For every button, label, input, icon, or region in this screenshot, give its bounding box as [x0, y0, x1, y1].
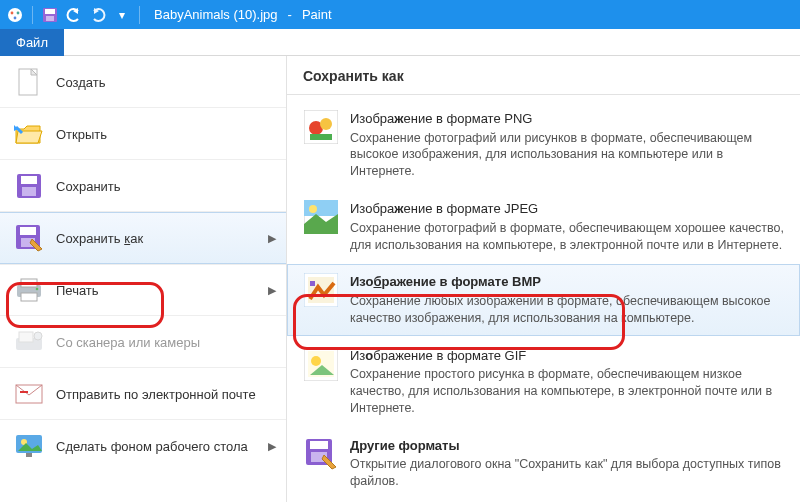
panel-title: Сохранить как	[287, 64, 800, 95]
undo-icon[interactable]	[65, 6, 83, 24]
svg-point-2	[17, 11, 20, 14]
bmp-icon	[304, 273, 338, 307]
format-desc: Сохранение любых изображений в формате, …	[350, 293, 789, 327]
svg-rect-35	[310, 281, 315, 286]
tab-file[interactable]: Файл	[0, 29, 64, 56]
svg-rect-6	[46, 16, 54, 21]
svg-point-17	[36, 288, 39, 291]
svg-rect-16	[21, 293, 37, 301]
menu-scanner: Со сканера или камеры	[0, 316, 286, 368]
title-appname: Paint	[302, 7, 332, 22]
title-bar: ▾ BabyAnimals (10).jpg - Paint	[0, 0, 800, 29]
app-icon	[6, 6, 24, 24]
menu-wallpaper[interactable]: Сделать фоном рабочего стола ▶	[0, 420, 286, 472]
svg-rect-19	[19, 332, 33, 342]
save-icon[interactable]	[41, 6, 59, 24]
format-title: Изображение в формате GIF	[350, 347, 789, 365]
format-desc: Сохранение простого рисунка в формате, о…	[350, 366, 789, 417]
menu-save-as[interactable]: Сохранить как ▶	[0, 212, 286, 264]
format-title: Другие форматы	[350, 437, 789, 455]
svg-rect-31	[304, 200, 338, 216]
save-as-icon	[14, 223, 44, 253]
format-other[interactable]: Другие форматы Открытие диалогового окна…	[287, 428, 800, 499]
svg-point-0	[8, 8, 22, 22]
folder-open-icon	[14, 119, 44, 149]
svg-point-3	[14, 16, 17, 19]
format-png[interactable]: Изображение в формате PNG Сохранение фот…	[287, 101, 800, 189]
gif-icon	[304, 347, 338, 381]
scanner-icon	[14, 327, 44, 357]
file-menu: Создать Открыть Сохранить Сохранить как …	[0, 56, 287, 502]
svg-rect-25	[26, 453, 32, 457]
menu-save[interactable]: Сохранить	[0, 160, 286, 212]
format-title: Изображение в формате JPEG	[350, 200, 789, 218]
jpeg-icon	[304, 200, 338, 234]
menu-print[interactable]: Печать ▶	[0, 264, 286, 316]
svg-rect-12	[20, 227, 36, 235]
menu-create[interactable]: Создать	[0, 56, 286, 108]
format-gif[interactable]: Изображение в формате GIF Сохранение про…	[287, 338, 800, 426]
new-doc-icon	[14, 67, 44, 97]
envelope-icon	[14, 379, 44, 409]
format-title: Изображение в формате PNG	[350, 110, 789, 128]
format-desc: Открытие диалогового окна "Сохранить как…	[350, 456, 789, 490]
qat-customize-icon[interactable]: ▾	[113, 6, 131, 24]
backstage: Создать Открыть Сохранить Сохранить как …	[0, 56, 800, 502]
svg-point-38	[311, 356, 321, 366]
svg-rect-22	[20, 391, 28, 393]
svg-rect-29	[310, 134, 332, 140]
menu-email[interactable]: Отправить по электронной почте	[0, 368, 286, 420]
save-as-panel: Сохранить как Изображение в формате PNG …	[287, 56, 800, 502]
svg-point-20	[34, 332, 42, 340]
format-title: Изображение в формате BMP	[350, 273, 789, 291]
svg-point-1	[11, 11, 14, 14]
chevron-right-icon: ▶	[268, 440, 276, 453]
svg-rect-5	[45, 9, 55, 14]
svg-rect-40	[310, 441, 328, 449]
chevron-right-icon: ▶	[268, 284, 276, 297]
png-icon	[304, 110, 338, 144]
wallpaper-icon	[14, 431, 44, 461]
printer-icon	[14, 275, 44, 305]
format-jpeg[interactable]: Изображение в формате JPEG Сохранение фо…	[287, 191, 800, 262]
save-disk-icon	[14, 171, 44, 201]
redo-icon[interactable]	[89, 6, 107, 24]
svg-rect-10	[22, 187, 36, 196]
other-formats-icon	[304, 437, 338, 471]
ribbon-tabs: Файл	[0, 29, 800, 56]
title-filename: BabyAnimals (10).jpg	[154, 7, 278, 22]
svg-rect-9	[21, 176, 37, 184]
format-desc: Сохранение фотографий в формате, обеспеч…	[350, 220, 789, 254]
format-desc: Сохранение фотографий или рисунков в фор…	[350, 130, 789, 181]
menu-open[interactable]: Открыть	[0, 108, 286, 160]
format-bmp[interactable]: Изображение в формате BMP Сохранение люб…	[287, 264, 800, 335]
chevron-right-icon: ▶	[268, 232, 276, 245]
svg-point-32	[309, 205, 317, 213]
svg-point-28	[320, 118, 332, 130]
svg-rect-15	[21, 279, 37, 287]
